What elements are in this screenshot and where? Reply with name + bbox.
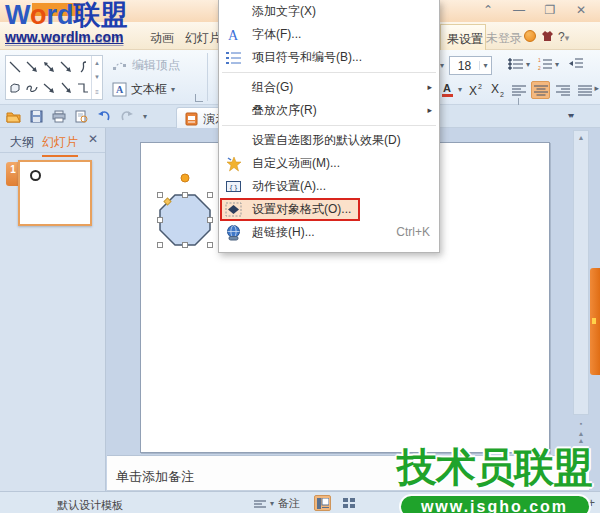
ribbon-expander-icon[interactable]: ▸ bbox=[594, 83, 599, 93]
skin-shirt-icon[interactable] bbox=[541, 30, 554, 42]
slide-thumbnail[interactable] bbox=[18, 160, 92, 226]
shape-freeform-icon[interactable] bbox=[6, 78, 23, 100]
subscript-button[interactable]: X2 bbox=[490, 83, 506, 97]
vertical-scrollbar[interactable]: ▲ bbox=[573, 130, 589, 415]
context-menu: 添加文字(X) A 字体(F)... 项目符号和编号(B)... 组合(G) ▸… bbox=[218, 0, 440, 253]
shape-arrow2-icon[interactable] bbox=[57, 56, 74, 78]
panel-close-icon[interactable]: ✕ bbox=[88, 132, 98, 146]
svg-text:A: A bbox=[443, 82, 451, 94]
jsgho-brand: 技术员联盟 bbox=[397, 440, 592, 495]
quick-access-dropdown-icon[interactable]: ▾ bbox=[143, 112, 147, 121]
svg-text:X: X bbox=[469, 84, 477, 97]
font-name-dropdown-icon[interactable]: ▾ bbox=[440, 61, 444, 70]
edit-points-icon bbox=[112, 59, 128, 73]
jsgho-url: www.jsgho.com bbox=[401, 496, 589, 513]
gallery-more-icon[interactable]: ≡ bbox=[95, 89, 99, 95]
svg-text:{ }: { } bbox=[230, 183, 238, 192]
close-button[interactable]: ✕ bbox=[574, 3, 588, 17]
help-button[interactable]: ?▾ bbox=[558, 30, 569, 44]
font-size-dropdown-icon[interactable]: ▾ bbox=[479, 61, 491, 70]
menu-item-format-object[interactable]: 设置对象格式(O)... bbox=[219, 198, 439, 221]
maximize-button[interactable]: ❐ bbox=[543, 3, 557, 17]
print-icon[interactable] bbox=[52, 110, 66, 123]
decrease-indent-button[interactable] bbox=[568, 57, 584, 71]
menu-item-bullets-numbering[interactable]: 项目符号和编号(B)... bbox=[219, 46, 439, 69]
notes-icon bbox=[254, 499, 266, 509]
menu-item-custom-animation[interactable]: 自定义动画(M)... bbox=[219, 152, 439, 175]
font-color-icon: A bbox=[441, 82, 456, 97]
menu-item-group[interactable]: 组合(G) ▸ bbox=[219, 76, 439, 99]
font-size-combo[interactable]: 18 ▾ bbox=[449, 56, 492, 75]
template-name[interactable]: 默认设计模板 bbox=[57, 498, 123, 513]
menu-item-order[interactable]: 叠放次序(R) ▸ bbox=[219, 99, 439, 122]
superscript-icon: X2 bbox=[468, 83, 484, 97]
align-justify-button[interactable] bbox=[575, 81, 594, 99]
normal-view-icon bbox=[317, 498, 329, 509]
menu-item-hyperlink[interactable]: 超链接(H)... Ctrl+K bbox=[219, 221, 439, 244]
svg-text:2: 2 bbox=[478, 83, 482, 90]
shape-double-arrow-icon[interactable] bbox=[40, 56, 57, 78]
slide-sorter-button[interactable] bbox=[340, 495, 357, 511]
gallery-down-icon[interactable]: ▼ bbox=[94, 74, 100, 80]
gallery-up-icon[interactable]: ▲ bbox=[94, 60, 100, 66]
svg-text:A: A bbox=[228, 28, 239, 43]
shape-gallery[interactable]: ▲ ▼ ≡ bbox=[5, 55, 103, 100]
align-right-button[interactable] bbox=[553, 81, 572, 99]
minimize-button[interactable]: — bbox=[512, 3, 526, 17]
slide-thumbnail-wrap: 1 bbox=[18, 160, 92, 226]
selected-octagon-shape[interactable] bbox=[152, 170, 224, 256]
numbered-list-icon: 12 bbox=[537, 57, 553, 71]
ribbon-separator bbox=[207, 53, 208, 101]
font-size-value[interactable]: 18 bbox=[450, 59, 479, 73]
save-icon[interactable] bbox=[30, 110, 43, 123]
font-icon: A bbox=[225, 26, 242, 43]
bullet-list-button[interactable]: ▾ bbox=[508, 57, 530, 71]
open-folder-icon[interactable] bbox=[6, 110, 21, 123]
login-status[interactable]: 未登录 bbox=[486, 30, 522, 47]
menu-item-action-settings[interactable]: { } 动作设置(A)... bbox=[219, 175, 439, 198]
shape-curve-icon[interactable] bbox=[74, 56, 91, 78]
menu-separator bbox=[222, 125, 436, 126]
align-left-button[interactable] bbox=[509, 81, 528, 99]
tab-animation[interactable]: 动画 bbox=[150, 30, 174, 47]
tab-outline[interactable]: 大纲 bbox=[10, 134, 34, 151]
wps-ball-icon[interactable] bbox=[524, 30, 536, 42]
shape-arrow3-icon[interactable] bbox=[40, 78, 57, 100]
notes-placeholder[interactable]: 单击添加备注 bbox=[116, 468, 194, 486]
format-object-icon bbox=[225, 201, 242, 218]
drawing-dialog-launcher[interactable] bbox=[195, 94, 203, 102]
tab-slides[interactable]: 幻灯片 bbox=[42, 134, 78, 157]
gallery-scroll-strip[interactable]: ▲ ▼ ≡ bbox=[91, 56, 102, 99]
align-center-button[interactable] bbox=[531, 81, 550, 99]
print-preview-icon[interactable] bbox=[75, 110, 88, 123]
ribbon-collapse-button[interactable]: ⌃ bbox=[481, 3, 495, 17]
notes-toggle[interactable]: ▾ 备注 bbox=[254, 496, 300, 511]
superscript-button[interactable]: X2 bbox=[468, 83, 484, 97]
redo-icon bbox=[120, 110, 134, 122]
shape-arrow4-icon[interactable] bbox=[57, 78, 74, 100]
menu-item-font[interactable]: A 字体(F)... bbox=[219, 23, 439, 46]
scroll-marker-icon[interactable]: ▪ bbox=[580, 420, 582, 427]
text-box-dropdown-icon[interactable]: ▾ bbox=[171, 85, 175, 94]
menu-item-default-effect[interactable]: 设置自选图形的默认效果(D) bbox=[219, 129, 439, 152]
undo-icon[interactable] bbox=[97, 110, 111, 122]
text-box-button[interactable]: A 文本框 ▾ bbox=[112, 81, 175, 98]
wordlm-url: www.wordlm.com bbox=[5, 30, 128, 44]
wordlm-watermark: Word联盟 www.wordlm.com bbox=[5, 2, 128, 44]
scroll-up-icon[interactable]: ▲ bbox=[574, 134, 588, 141]
panel-tabs: 大纲 幻灯片 ✕ bbox=[0, 128, 105, 153]
numbered-list-button[interactable]: 12 ▾ bbox=[537, 57, 559, 71]
slide-sorter-icon bbox=[343, 498, 355, 509]
action-settings-icon: { } bbox=[225, 178, 242, 195]
normal-view-button[interactable] bbox=[314, 495, 331, 511]
tab-effect-settings-partial[interactable]: 果设置 bbox=[440, 24, 486, 50]
menu-item-add-text[interactable]: 添加文字(X) bbox=[219, 0, 439, 23]
shape-scribble-icon[interactable] bbox=[23, 78, 40, 100]
font-color-button[interactable]: A ▾ bbox=[441, 82, 462, 97]
tab-list-icon[interactable]: ▾▾ bbox=[568, 111, 572, 120]
shape-elbow-connector-icon[interactable] bbox=[74, 78, 91, 100]
task-pane-handle[interactable] bbox=[590, 268, 600, 375]
shape-arrow-icon[interactable] bbox=[23, 56, 40, 78]
rotation-handle bbox=[181, 174, 189, 182]
shape-line-icon[interactable] bbox=[6, 56, 23, 78]
